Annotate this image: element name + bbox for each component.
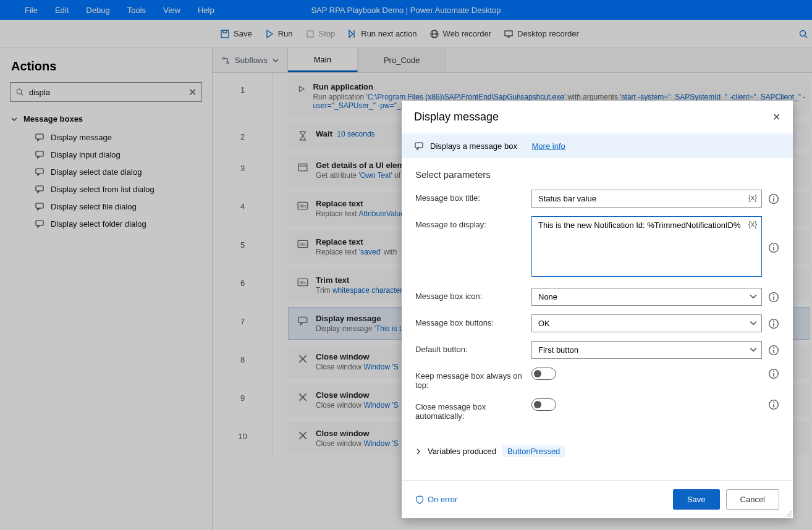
info-icon[interactable] — [768, 368, 779, 379]
cancel-button[interactable]: Cancel — [726, 489, 779, 510]
always-top-label: Keep message box always on top: — [415, 368, 531, 390]
dialog-section-title: Select parameters — [402, 158, 793, 185]
svg-point-51 — [773, 321, 774, 322]
vars-label: Variables produced — [428, 447, 496, 456]
svg-point-54 — [773, 347, 774, 348]
title-label: Message box title: — [415, 190, 531, 203]
svg-point-48 — [773, 294, 774, 295]
svg-point-57 — [773, 371, 774, 372]
resize-handle-icon[interactable] — [784, 510, 792, 517]
more-info-link[interactable]: More info — [532, 141, 565, 151]
chevron-right-icon — [415, 448, 421, 455]
svg-point-60 — [773, 402, 774, 403]
svg-line-63 — [790, 516, 792, 517]
svg-point-45 — [773, 245, 774, 246]
message-to-display-input[interactable] — [531, 216, 762, 277]
always-on-top-toggle[interactable] — [531, 368, 556, 380]
dialog-title: Display message — [414, 111, 499, 124]
on-error-button[interactable]: On error — [415, 495, 457, 504]
auto-close-toggle[interactable] — [531, 398, 556, 411]
dialog-info: Displays a message box More info — [402, 133, 793, 158]
info-icon[interactable] — [768, 318, 779, 329]
message-box-icon-select[interactable]: None — [531, 288, 762, 306]
info-icon[interactable] — [768, 242, 779, 253]
dialog-display-message: Display message ✕ Displays a message box… — [402, 101, 793, 518]
message-box-title-input[interactable] — [531, 190, 762, 208]
message-label: Message to display: — [415, 216, 531, 229]
info-icon[interactable] — [768, 399, 779, 410]
info-icon[interactable] — [768, 292, 779, 303]
svg-point-42 — [773, 196, 774, 197]
message-box-buttons-select[interactable]: OK — [531, 314, 762, 332]
fx-icon[interactable]: {x} — [748, 220, 757, 229]
fx-icon[interactable]: {x} — [748, 193, 757, 202]
save-button[interactable]: Save — [673, 489, 720, 510]
variables-produced[interactable]: Variables produced ButtonPressed — [402, 434, 793, 468]
default-button-select[interactable]: First button — [531, 341, 762, 359]
auto-close-label: Close message box automatically: — [415, 398, 531, 421]
close-icon[interactable]: ✕ — [772, 111, 780, 123]
on-error-label: On error — [428, 495, 457, 504]
message-icon — [414, 141, 424, 151]
info-icon[interactable] — [768, 193, 779, 204]
buttons-label: Message box buttons: — [415, 314, 531, 327]
shield-icon — [415, 495, 424, 504]
svg-rect-39 — [415, 143, 423, 148]
dialog-info-text: Displays a message box — [430, 141, 517, 151]
info-icon[interactable] — [768, 345, 779, 356]
default-button-label: Default button: — [415, 341, 531, 354]
icon-label: Message box icon: — [415, 288, 531, 301]
variable-pill[interactable]: ButtonPressed — [502, 445, 565, 457]
